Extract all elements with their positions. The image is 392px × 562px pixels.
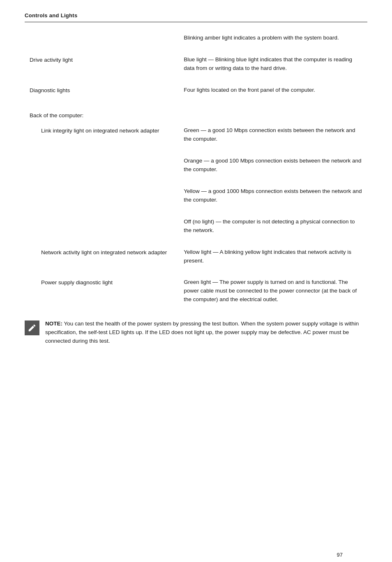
note-section: NOTE: You can test the health of the pow… bbox=[25, 320, 367, 346]
right-cell: Blue light — Blinking blue light indicat… bbox=[179, 52, 367, 76]
left-label: Power supply diagnostic light bbox=[41, 279, 113, 286]
content-table: Blinking amber light indicates a problem… bbox=[25, 30, 367, 307]
table-row: Network activity light on integrated net… bbox=[25, 245, 367, 269]
right-cell: Green — a good 10 Mbps connection exists… bbox=[179, 123, 367, 147]
table-row: Link integrity light on integrated netwo… bbox=[25, 123, 367, 147]
table-row: Drive activity lightBlue light — Blinkin… bbox=[25, 52, 367, 76]
table-row: Back of the computer: bbox=[25, 105, 367, 123]
right-cell: Orange — a good 100 Mbps connection exis… bbox=[179, 153, 367, 177]
left-cell: Power supply diagnostic light bbox=[25, 275, 179, 307]
left-cell bbox=[25, 153, 179, 177]
left-label: Back of the computer: bbox=[30, 112, 83, 118]
right-cell: Yellow light — A blinking yellow light i… bbox=[179, 245, 367, 269]
left-label: Link integrity light on integrated netwo… bbox=[41, 128, 159, 134]
right-cell: Blinking amber light indicates a problem… bbox=[179, 30, 367, 46]
right-cell: Yellow — a good 1000 Mbps connection exi… bbox=[179, 184, 367, 208]
table-row: Orange — a good 100 Mbps connection exis… bbox=[25, 153, 367, 177]
table-row: Power supply diagnostic lightGreen light… bbox=[25, 275, 367, 307]
left-label: Drive activity light bbox=[30, 57, 73, 63]
pencil-icon bbox=[28, 323, 37, 332]
left-cell: Drive activity light bbox=[25, 52, 179, 76]
page-header: Controls and Lights bbox=[25, 12, 367, 22]
note-icon bbox=[25, 320, 39, 335]
table-row: Yellow — a good 1000 Mbps connection exi… bbox=[25, 184, 367, 208]
page-number: 97 bbox=[337, 552, 343, 558]
left-label: Diagnostic lights bbox=[30, 87, 70, 93]
header-title: Controls and Lights bbox=[25, 12, 77, 19]
left-cell: Network activity light on integrated net… bbox=[25, 245, 179, 269]
left-label: Network activity light on integrated net… bbox=[41, 249, 167, 255]
note-label: NOTE: bbox=[45, 320, 62, 327]
left-cell bbox=[25, 214, 179, 238]
left-cell: Back of the computer: bbox=[25, 105, 179, 123]
table-row: Diagnostic lightsFour lights located on … bbox=[25, 83, 367, 98]
left-cell: Link integrity light on integrated netwo… bbox=[25, 123, 179, 147]
note-body: You can test the health of the power sys… bbox=[45, 320, 359, 344]
note-text: NOTE: You can test the health of the pow… bbox=[45, 320, 367, 346]
left-cell bbox=[25, 184, 179, 208]
right-cell: Four lights located on the front panel o… bbox=[179, 83, 367, 98]
right-cell bbox=[179, 105, 367, 123]
right-cell: Off (no light) — the computer is not det… bbox=[179, 214, 367, 238]
left-cell bbox=[25, 30, 179, 46]
table-row: Off (no light) — the computer is not det… bbox=[25, 214, 367, 238]
right-cell: Green light — The power supply is turned… bbox=[179, 275, 367, 307]
left-cell: Diagnostic lights bbox=[25, 83, 179, 98]
table-row: Blinking amber light indicates a problem… bbox=[25, 30, 367, 46]
